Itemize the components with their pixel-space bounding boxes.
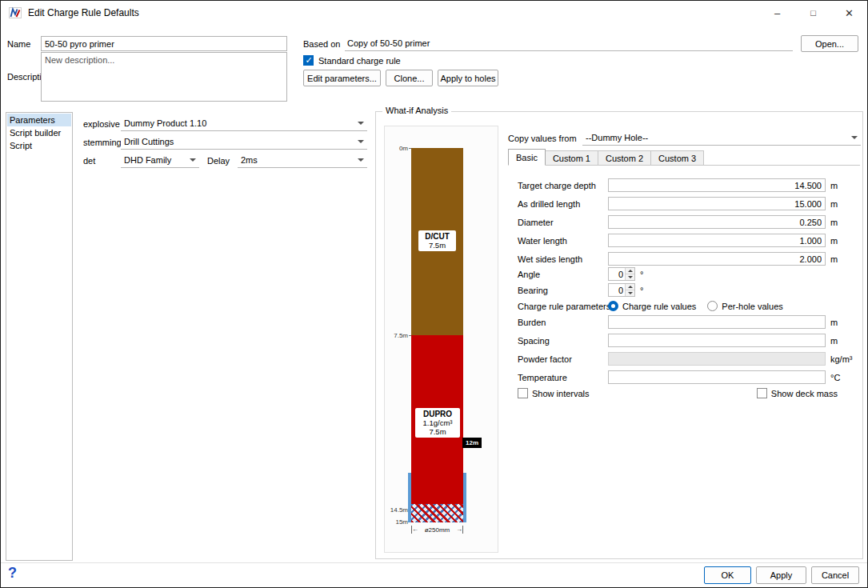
copy-values-from-label: Copy values from [508,134,577,143]
tab-custom-1[interactable]: Custom 1 [545,150,598,165]
explosive-label: explosive [83,119,120,129]
sidebar-list: Parameters Script builder Script [6,112,73,561]
stemming-value: Drill Cuttings [124,137,174,146]
standard-charge-rule-checkbox[interactable] [303,55,314,66]
minimize-button[interactable]: – [759,1,795,25]
temperature-label: Temperature [518,373,608,382]
titlebar: Edit Charge Rule Defaults – □ ✕ [1,1,867,25]
spin-down-icon[interactable] [626,274,634,280]
show-intervals-checkbox[interactable] [518,388,528,398]
dcut-charge-label: D/CUT 7.5m [418,230,456,251]
cancel-button[interactable]: Cancel [811,566,859,584]
angle-unit: ° [640,270,643,279]
det-value: DHD Family [124,155,171,165]
chevron-down-icon [358,122,364,125]
depth-label-14-5m: 14.5m [385,506,408,514]
charge-rule-values-radio[interactable] [608,301,618,311]
depth-tick [409,335,411,336]
delay-dropdown[interactable]: 2ms [238,153,367,168]
stemming-label: stemming [83,138,122,147]
description-input[interactable]: New description... [41,52,287,102]
arrow-left-icon: ← [412,526,418,533]
explosive-dropdown[interactable]: Dummy Product 1.10 [121,116,367,131]
apply-button[interactable]: Apply [756,566,806,584]
as-drilled-length-input[interactable] [608,197,826,210]
copy-values-from-dropdown[interactable]: --Dummy Hole-- [582,130,861,146]
depth-tick [409,148,411,149]
spacing-input[interactable] [608,334,826,347]
wet-sides-length-label: Wet sides length [518,254,608,264]
dupro-length: 7.5m [415,427,460,436]
charge-rule-parameters-label: Charge rule parameters [518,302,608,311]
wet-sides-length-input[interactable] [608,252,826,266]
target-charge-depth-row: Target charge depth m [518,178,862,192]
as-drilled-length-label: As drilled length [518,199,608,209]
sidebar-item-parameters[interactable]: Parameters [7,114,71,126]
det-label: det [83,156,95,166]
angle-input[interactable] [609,268,625,280]
dupro-name: DUPRO [415,410,460,418]
apply-to-holes-button[interactable]: Apply to holes [438,70,498,86]
chevron-down-icon [358,140,364,143]
angle-spinner[interactable] [608,267,635,281]
sidebar-item-script[interactable]: Script [7,139,71,152]
bearing-input[interactable] [609,284,625,296]
spin-down-icon[interactable] [626,290,634,296]
standard-charge-rule-label: Standard charge rule [318,56,401,66]
clone-button[interactable]: Clone... [386,70,433,86]
show-deck-mass-label: Show deck mass [771,389,838,398]
dupro-density: 1.1g/cm³ [415,418,460,427]
tab-custom-3[interactable]: Custom 3 [650,150,704,165]
stemming-dropdown[interactable]: Drill Cuttings [121,134,367,150]
tab-basic[interactable]: Basic [508,149,546,166]
depth-label-7-5m: 7.5m [385,332,408,339]
burden-label: Burden [518,318,608,327]
dcut-length: 7.5m [418,241,456,250]
chevron-down-icon [851,136,858,139]
depth-label-15m: 15m [385,518,408,526]
temperature-unit: °C [830,373,840,382]
powder-factor-unit: kg/m³ [830,354,853,364]
det-dropdown[interactable]: DHD Family [121,153,199,168]
dupro-charge-label: DUPRO 1.1g/cm³ 7.5m [415,408,460,438]
arrow-right-icon: → [456,526,462,533]
sidebar-item-script-builder[interactable]: Script builder [7,126,71,139]
target-charge-depth-input[interactable] [608,178,826,192]
close-button[interactable]: ✕ [831,1,867,25]
temperature-input[interactable] [608,370,826,384]
show-deck-mass-checkbox[interactable] [757,388,767,398]
bearing-spinner[interactable] [608,283,635,297]
open-button[interactable]: Open... [801,35,858,52]
spin-up-icon[interactable] [626,284,634,290]
wet-sides-bar-left [408,473,411,522]
delay-label: Delay [207,156,230,166]
bearing-label: Bearing [518,286,608,295]
edit-parameters-button[interactable]: Edit parameters... [303,70,381,86]
burden-input[interactable] [608,315,826,329]
tab-custom-2[interactable]: Custom 2 [598,150,651,165]
water-length-row: Water length m [518,234,862,247]
wet-sides-bar-right [463,473,466,522]
ok-button[interactable]: OK [704,566,751,584]
as-drilled-length-unit: m [830,199,838,209]
as-drilled-length-row: As drilled length m [518,197,862,210]
whatif-tabstrip: Basic Custom 1 Custom 2 Custom 3 [508,148,860,166]
angle-row: Angle ° [518,267,862,281]
water-length-input[interactable] [608,234,826,247]
spacing-label: Spacing [518,336,608,346]
diameter-label: Diameter [518,218,608,227]
show-intervals-label: Show intervals [532,389,590,398]
app-icon [9,6,22,19]
maximize-button[interactable]: □ [795,1,831,25]
explosive-value: Dummy Product 1.10 [124,118,206,128]
diameter-input[interactable] [608,215,826,229]
per-hole-values-radio[interactable] [707,301,718,311]
spin-up-icon[interactable] [626,268,634,274]
powder-factor-row: Powder factor kg/m³ [518,352,862,366]
edit-charge-rule-defaults-dialog: Edit Charge Rule Defaults – □ ✕ Name Des… [0,0,868,588]
help-icon[interactable]: ? [8,565,17,582]
based-on-field[interactable]: Copy of 50-50 primer [345,36,793,51]
based-on-label: Based on [303,39,340,49]
name-input[interactable] [41,36,287,51]
diameter-value: ø250mm [425,526,450,534]
